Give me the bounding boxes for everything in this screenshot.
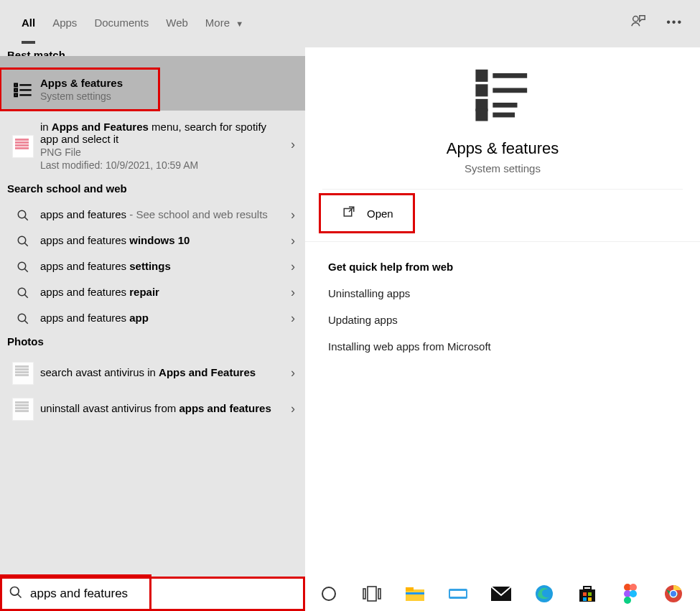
help-link-update[interactable]: Updating apps [328, 314, 677, 326]
search-icon [6, 285, 40, 299]
chevron-right-icon[interactable]: › [291, 311, 295, 326]
search-icon [6, 259, 40, 274]
svg-rect-41 [583, 592, 587, 596]
svg-rect-34 [406, 592, 424, 594]
section-school-web: Search school and web [0, 178, 305, 202]
web-suggestion-3[interactable]: apps and features repair › [0, 279, 305, 305]
web-suggestion-4[interactable]: apps and features app › [0, 305, 305, 331]
tab-documents[interactable]: Documents [85, 2, 157, 43]
more-options-icon[interactable]: ••• [666, 16, 683, 29]
chevron-right-icon[interactable]: › [291, 365, 295, 381]
svg-line-10 [24, 243, 28, 246]
svg-point-49 [624, 597, 631, 604]
svg-rect-23 [478, 111, 485, 118]
search-box[interactable] [0, 577, 305, 611]
help-link-uninstall[interactable]: Uninstalling apps [328, 287, 677, 299]
web-suggestion-tail: - See school and web results [126, 208, 268, 220]
chrome-icon[interactable] [663, 583, 684, 605]
file-result[interactable]: in Apps and Features menu, search for sp… [0, 111, 305, 178]
tab-web[interactable]: Web [157, 2, 197, 43]
chevron-right-icon[interactable]: › [291, 207, 295, 223]
file-thumbnail-icon [6, 134, 40, 158]
search-filter-tabs: All Apps Documents Web More ▼ ••• [0, 0, 700, 45]
tab-more[interactable]: More ▼ [197, 2, 252, 43]
tab-more-label: More [205, 17, 230, 29]
tab-apps[interactable]: Apps [44, 2, 85, 43]
open-label: Open [367, 207, 393, 220]
svg-point-9 [18, 236, 26, 244]
results-pane: Best match Apps & features System settin… [0, 45, 305, 577]
web-suggestion-2[interactable]: apps and features settings › [0, 253, 305, 279]
web-suggestion-text: apps and features [40, 260, 129, 272]
preview-subtitle: System settings [322, 162, 683, 174]
svg-point-13 [18, 288, 26, 296]
svg-point-0 [633, 17, 638, 22]
chevron-right-icon[interactable]: › [291, 259, 295, 274]
help-link-webapps[interactable]: Installing web apps from Microsoft [328, 340, 677, 353]
file-thumbnail-icon [6, 396, 40, 421]
svg-point-26 [11, 587, 19, 596]
svg-line-27 [18, 594, 22, 598]
keyboard-app-icon[interactable] [447, 583, 469, 605]
svg-rect-44 [588, 597, 592, 601]
photo-result-text: uninstall avast antivirus from [40, 402, 179, 414]
microsoft-store-icon[interactable] [577, 583, 598, 605]
best-match-subtitle: System settings [40, 90, 134, 102]
svg-point-52 [671, 591, 676, 597]
web-suggestion-1[interactable]: apps and features windows 10 › [0, 228, 305, 253]
web-suggestion-bold: settings [129, 260, 171, 272]
tab-all[interactable]: All [13, 2, 44, 43]
section-photos: Photos [0, 331, 305, 355]
search-icon [6, 311, 40, 325]
svg-rect-29 [363, 589, 365, 599]
svg-rect-17 [478, 72, 485, 79]
chevron-right-icon[interactable]: › [291, 233, 295, 248]
svg-rect-32 [406, 589, 424, 601]
svg-rect-30 [368, 587, 376, 601]
mail-icon[interactable] [490, 583, 512, 605]
best-match-title: Apps & features [40, 77, 134, 89]
svg-point-15 [18, 314, 26, 322]
file-explorer-icon[interactable] [404, 583, 426, 605]
file-result-title: in Apps and Features menu, search for sp… [40, 121, 279, 145]
svg-line-14 [24, 294, 28, 298]
chevron-down-icon: ▼ [235, 19, 243, 28]
svg-rect-39 [579, 589, 595, 602]
svg-point-46 [630, 584, 637, 591]
web-suggestion-bold: windows 10 [129, 234, 190, 246]
preview-title: Apps & features [322, 139, 683, 158]
svg-rect-36 [450, 591, 466, 597]
best-match-result[interactable]: Apps & features System settings [0, 68, 159, 111]
apps-features-large-icon [473, 65, 532, 126]
search-icon [6, 207, 40, 222]
photo-result-1[interactable]: uninstall avast antivirus from apps and … [0, 391, 305, 426]
svg-point-28 [322, 587, 335, 600]
chevron-right-icon[interactable]: › [291, 401, 295, 416]
web-suggestion-bold: repair [129, 286, 159, 298]
search-input[interactable] [30, 578, 297, 610]
figma-icon[interactable] [620, 583, 641, 605]
cortana-icon[interactable] [318, 583, 340, 605]
feedback-icon[interactable] [630, 13, 646, 32]
svg-rect-40 [584, 587, 591, 589]
svg-line-16 [24, 320, 28, 324]
open-button[interactable]: Open [321, 195, 413, 231]
chevron-right-icon[interactable]: › [291, 137, 295, 152]
chevron-right-icon[interactable]: › [291, 285, 295, 300]
file-thumbnail-icon [6, 360, 40, 385]
web-suggestion-bold: app [129, 312, 149, 324]
photo-result-bold: apps and features [179, 402, 271, 414]
web-suggestion-text: apps and features [40, 234, 129, 246]
svg-line-12 [24, 269, 28, 272]
web-suggestion-text: apps and features [40, 286, 129, 298]
search-icon [6, 233, 40, 248]
photo-result-0[interactable]: search avast antivirus in Apps and Featu… [0, 355, 305, 391]
svg-rect-43 [583, 597, 587, 601]
task-view-icon[interactable] [361, 583, 383, 605]
svg-point-48 [630, 590, 637, 597]
edge-icon[interactable] [533, 583, 555, 605]
web-suggestion-0[interactable]: apps and features - See school and web r… [0, 202, 305, 228]
svg-rect-19 [478, 87, 485, 94]
quick-help-header: Get quick help from web [328, 261, 677, 273]
svg-rect-1 [14, 83, 17, 86]
